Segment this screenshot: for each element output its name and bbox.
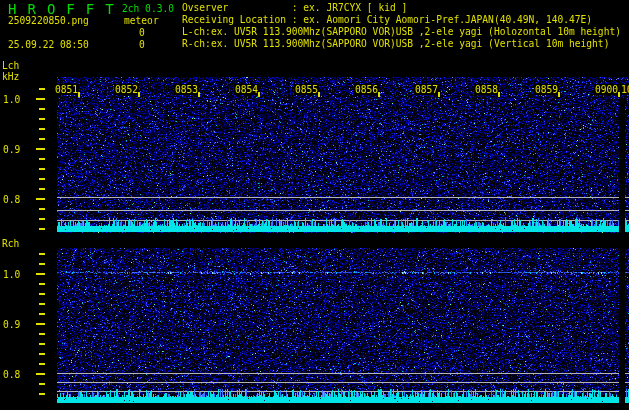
lch-freq-minor-tick — [39, 218, 45, 220]
lch-freq-minor-tick — [39, 168, 45, 170]
minute-tick — [438, 92, 440, 97]
time-label: 0851 — [54, 84, 79, 95]
minute-tick — [558, 92, 560, 97]
rch-freq-tick-label: 0.9 — [3, 319, 20, 330]
rch-freq-minor-tick — [39, 303, 45, 305]
lch-freq-minor-tick — [39, 118, 45, 120]
rch-freq-minor-tick — [39, 343, 45, 345]
rch-freq-minor-tick — [39, 253, 45, 255]
lch-freq-minor-tick — [39, 128, 45, 130]
lch-freq-minor-tick — [39, 178, 45, 180]
lch-freq-major-tick — [36, 198, 45, 200]
lch-freq-tick-label: 0.8 — [3, 194, 20, 205]
time-label: 0855 — [294, 84, 319, 95]
lch-freq-minor-tick — [39, 208, 45, 210]
rch-freq-major-tick — [36, 323, 45, 325]
lch-freq-major-tick — [36, 98, 45, 100]
time-label: 0854 — [234, 84, 259, 95]
rch-freq-minor-tick — [39, 363, 45, 365]
time-label: 0853 — [174, 84, 199, 95]
lch-freq-tick-label: 0.9 — [3, 144, 20, 155]
lch-freq-minor-tick — [39, 88, 45, 90]
time-label: 0900 — [594, 84, 619, 95]
hrofft-screen: H R O F F T 2ch 0.3.0 2509220850.png met… — [0, 0, 629, 410]
rch-freq-minor-tick — [39, 393, 45, 395]
lch-freq-minor-tick — [39, 108, 45, 110]
minute-tick — [258, 92, 260, 97]
time-label: 0859 — [534, 84, 559, 95]
minute-tick — [78, 92, 80, 97]
rch-freq-minor-tick — [39, 333, 45, 335]
minute-tick — [198, 92, 200, 97]
rch-freq-major-tick — [36, 373, 45, 375]
lch-freq-tick-label: 1.0 — [3, 94, 20, 105]
time-label-partial: 10 — [620, 84, 629, 95]
rch-freq-minor-tick — [39, 383, 45, 385]
lch-freq-minor-tick — [39, 188, 45, 190]
minute-tick — [378, 92, 380, 97]
time-label: 0856 — [354, 84, 379, 95]
labels-layer: 0851085208530854085508560857085808590900… — [0, 0, 629, 410]
lch-freq-minor-tick — [39, 138, 45, 140]
rch-freq-major-tick — [36, 273, 45, 275]
minute-tick — [318, 92, 320, 97]
lch-freq-minor-tick — [39, 228, 45, 230]
rch-freq-tick-label: 0.8 — [3, 369, 20, 380]
rch-freq-minor-tick — [39, 313, 45, 315]
lch-freq-minor-tick — [39, 158, 45, 160]
lch-freq-major-tick — [36, 148, 45, 150]
minute-tick — [138, 92, 140, 97]
rch-freq-minor-tick — [39, 293, 45, 295]
rch-freq-minor-tick — [39, 263, 45, 265]
time-label: 0858 — [474, 84, 499, 95]
time-label: 0852 — [114, 84, 139, 95]
minute-tick — [498, 92, 500, 97]
rch-freq-minor-tick — [39, 283, 45, 285]
rch-freq-minor-tick — [39, 353, 45, 355]
time-label: 0857 — [414, 84, 439, 95]
rch-freq-tick-label: 1.0 — [3, 269, 20, 280]
